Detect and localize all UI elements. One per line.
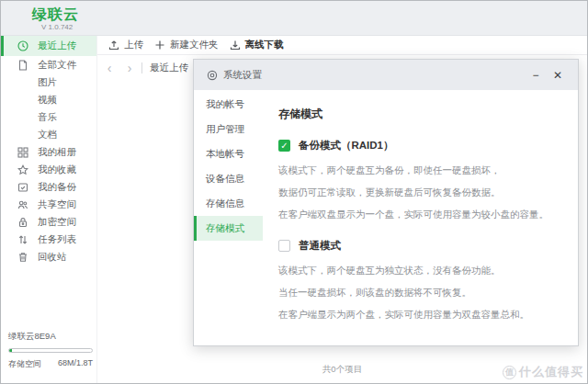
backup-mode-label: 备份模式（RAID1） xyxy=(299,139,394,152)
dialog-menu: 我的帐号 用户管理 本地帐号 设备信息 存储信息 存储模式 xyxy=(194,90,263,345)
backup-mode-option[interactable]: 备份模式（RAID1） xyxy=(278,139,563,152)
normal-mode-desc: 在客户端显示为两个盘，实际可使用容量为双盘容量总和。 xyxy=(278,309,563,320)
app-version: V 1.0.742 xyxy=(41,23,73,31)
sidebar-item-encrypted-space[interactable]: 加密空间 xyxy=(1,213,96,231)
sidebar-item-label: 图片 xyxy=(38,76,57,89)
system-settings-dialog: 系统设置 − ✕ 我的帐号 用户管理 本地帐号 设备信息 xyxy=(193,59,579,346)
dialog-title: 系统设置 xyxy=(223,69,262,82)
dialog-header[interactable]: 系统设置 − ✕ xyxy=(194,60,578,90)
sidebar-item-recycle-bin[interactable]: 回收站 xyxy=(1,248,96,265)
storage-value: 68M/1.8T xyxy=(58,358,93,370)
panel-title: 存储模式 xyxy=(278,107,563,122)
normal-mode-desc: 当任一硬盘损坏，则该盘的数据将不可恢复。 xyxy=(278,287,563,298)
dialog-menu-storage-info[interactable]: 存储信息 xyxy=(194,191,263,216)
tasks-icon xyxy=(17,234,28,245)
sidebar-item-all-files[interactable]: 全部文件 xyxy=(1,56,96,73)
sidebar-item-task-list[interactable]: 任务列表 xyxy=(1,231,96,248)
storage-label: 存储空间 xyxy=(8,358,41,370)
app-header: 绿联云 V 1.0.742 xyxy=(1,1,587,36)
sidebar-item-label: 加密空间 xyxy=(38,216,76,229)
menu-item-label: 我的帐号 xyxy=(206,98,244,111)
minimize-button[interactable]: − xyxy=(525,64,547,86)
items-count: 共0个项目 xyxy=(322,364,362,374)
clock-icon xyxy=(17,40,28,51)
normal-mode-desc: 该模式下，两个硬盘互为独立状态，没有备份功能。 xyxy=(278,265,563,276)
app-logo: 绿联云 xyxy=(32,6,79,25)
app-window: 绿联云 V 1.0.742 最近上传 全部文件 图片 视频 音乐 文档 xyxy=(0,0,588,384)
trash-icon xyxy=(17,252,28,263)
sidebar-item-videos[interactable]: 视频 xyxy=(1,91,96,108)
close-button[interactable]: ✕ xyxy=(547,64,569,86)
sidebar-item-label: 我的收藏 xyxy=(38,164,76,176)
backup-icon xyxy=(17,182,28,193)
new-folder-label: 新建文件夹 xyxy=(170,39,219,51)
normal-mode-label: 普通模式 xyxy=(299,239,341,253)
menu-item-label: 本地帐号 xyxy=(206,148,244,161)
forward-arrow[interactable]: › xyxy=(121,62,138,74)
sidebar-item-label: 任务列表 xyxy=(38,233,76,246)
back-arrow[interactable]: ‹ xyxy=(101,62,118,74)
breadcrumb-divider xyxy=(141,62,142,73)
coin-icon: 值 xyxy=(503,366,516,379)
lock-icon xyxy=(17,217,28,228)
people-icon xyxy=(17,199,28,210)
sidebar-item-label: 全部文件 xyxy=(38,59,76,72)
device-storage-panel: 绿联云8E9A 存储空间 68M/1.8T xyxy=(8,331,93,370)
normal-mode-option[interactable]: 普通模式 xyxy=(278,239,563,253)
sidebar-item-recent-uploads[interactable]: 最近上传 xyxy=(1,36,96,56)
dialog-menu-local-account[interactable]: 本地帐号 xyxy=(194,141,263,166)
menu-item-label: 用户管理 xyxy=(206,123,244,136)
sidebar-item-pictures[interactable]: 图片 xyxy=(1,73,96,91)
dialog-menu-device-info[interactable]: 设备信息 xyxy=(194,166,263,191)
sidebar-item-my-backups[interactable]: 我的备份 xyxy=(1,178,96,196)
star-icon xyxy=(17,164,28,175)
device-name: 绿联云8E9A xyxy=(8,331,93,343)
sidebar-item-label: 最近上传 xyxy=(38,40,76,52)
sidebar-item-label: 我的相册 xyxy=(38,146,76,159)
watermark-text: 什么值得买 xyxy=(519,364,583,380)
sidebar-item-shared-space[interactable]: 共享空间 xyxy=(1,196,96,213)
breadcrumb-label: 最近上传 xyxy=(150,62,188,74)
gear-icon xyxy=(207,70,218,81)
dialog-menu-storage-mode[interactable]: 存储模式 xyxy=(194,216,263,241)
sidebar-item-label: 我的备份 xyxy=(38,181,76,194)
upload-label: 上传 xyxy=(124,39,143,51)
sidebar-item-documents[interactable]: 文档 xyxy=(1,126,96,143)
normal-mode-checkbox[interactable] xyxy=(278,240,290,252)
grid-icon xyxy=(17,147,28,158)
sidebar-item-my-albums[interactable]: 我的相册 xyxy=(1,143,96,161)
menu-item-label: 存储信息 xyxy=(206,198,244,210)
sidebar-item-label: 视频 xyxy=(38,94,57,107)
plus-icon xyxy=(154,40,165,51)
backup-mode-checkbox[interactable] xyxy=(278,140,290,152)
sidebar: 最近上传 全部文件 图片 视频 音乐 文档 我的相册 xyxy=(1,36,97,384)
dialog-menu-user-management[interactable]: 用户管理 xyxy=(194,117,263,141)
storage-mode-panel: 存储模式 备份模式（RAID1） 该模式下，两个硬盘互为备份，即使任一硬盘损坏，… xyxy=(263,90,578,345)
backup-mode-desc: 数据仍可正常读取，更换新硬盘后可恢复备份数据。 xyxy=(278,186,563,198)
upload-button[interactable]: 上传 xyxy=(108,39,143,51)
storage-progress-bar xyxy=(8,348,93,353)
download-icon xyxy=(230,40,241,51)
dialog-menu-my-account[interactable]: 我的帐号 xyxy=(194,92,263,117)
sidebar-item-label: 回收站 xyxy=(38,251,67,264)
backup-mode-desc: 该模式下，两个硬盘互为备份，即使任一硬盘损坏， xyxy=(278,164,563,175)
backup-mode-desc: 在客户端双盘显示为一个盘，实际可使用容量为较小盘的容量。 xyxy=(278,209,563,220)
sidebar-item-label: 文档 xyxy=(38,129,57,141)
sidebar-item-label: 共享空间 xyxy=(38,198,76,211)
dialog-body: 我的帐号 用户管理 本地帐号 设备信息 存储信息 存储模式 xyxy=(194,90,578,345)
menu-item-label: 存储模式 xyxy=(206,222,244,235)
new-folder-button[interactable]: 新建文件夹 xyxy=(154,39,219,51)
file-icon xyxy=(17,60,28,71)
sidebar-item-my-favorites[interactable]: 我的收藏 xyxy=(1,161,96,178)
sidebar-item-music[interactable]: 音乐 xyxy=(1,108,96,126)
offline-download-label: 离线下载 xyxy=(245,39,284,51)
watermark: 值 什么值得买 xyxy=(503,364,583,380)
offline-download-button[interactable]: 离线下载 xyxy=(230,39,284,51)
sidebar-item-label: 音乐 xyxy=(38,111,57,124)
storage-progress-fill xyxy=(9,349,12,352)
upload-icon xyxy=(108,40,119,51)
toolbar: 上传 新建文件夹 离线下载 xyxy=(97,36,587,55)
menu-item-label: 设备信息 xyxy=(206,173,244,186)
